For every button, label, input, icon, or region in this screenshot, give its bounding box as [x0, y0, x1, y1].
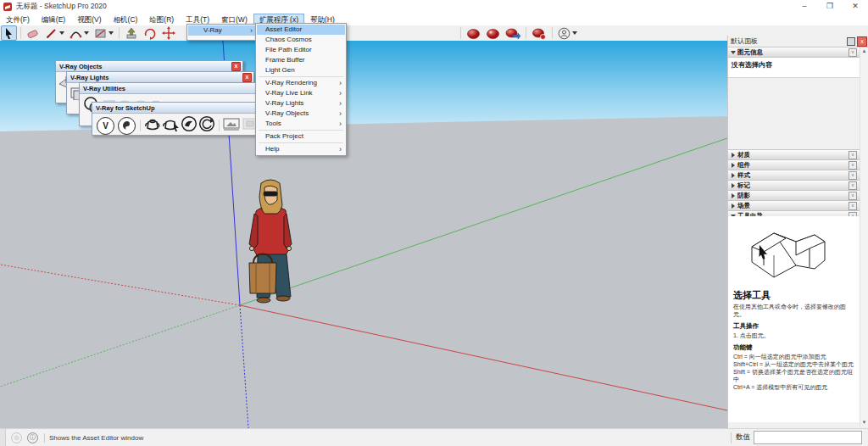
tray-titlebar[interactable]: 默认面板 [728, 36, 868, 47]
measurements-label: 数值 [736, 432, 750, 443]
account-icon [558, 27, 570, 40]
vray-logo-icon[interactable]: V [97, 117, 114, 135]
eraser-tool-button[interactable] [25, 25, 42, 41]
scroll-up-icon[interactable]: ▲ [860, 47, 868, 55]
menu-item-asset-editor[interactable]: Asset Editor [257, 25, 345, 35]
scroll-down-icon[interactable]: ▼ [860, 419, 868, 426]
menu-separator [259, 76, 343, 77]
arc-dropdown-caret[interactable] [84, 31, 89, 35]
follow-me-tool-button[interactable] [142, 25, 159, 41]
vray-batch-render-icon [505, 27, 520, 40]
geolocation-icon[interactable]: ◍ [11, 432, 22, 443]
close-icon[interactable] [231, 62, 241, 71]
vray-submenu: Asset Editor Chaos Cosmos File Path Edit… [255, 23, 347, 156]
menu-item-help[interactable]: Help [257, 144, 345, 154]
toolbar-separator [526, 27, 526, 39]
window-controls: – ❐ ✕ [792, 0, 868, 14]
menu-item-vray-lights[interactable]: V-Ray Lights [257, 98, 345, 109]
vray-menu-label: V-Ray [203, 26, 222, 34]
menu-item-vray-objects[interactable]: V-Ray Objects [257, 109, 345, 119]
toolbar-separator [460, 27, 461, 39]
account-button[interactable] [556, 25, 579, 41]
menu-item-tools[interactable]: Tools [257, 119, 345, 129]
vray-render-last-icon [486, 27, 500, 40]
update-proxies-icon[interactable] [198, 115, 216, 136]
toolbar-separator [119, 27, 120, 39]
line-dropdown-caret[interactable] [59, 31, 64, 35]
menu-item-vray-live-link[interactable]: V-Ray Live Link [257, 88, 345, 98]
chevron-right-icon [732, 183, 735, 188]
asset-editor-icon[interactable] [118, 117, 136, 135]
maximize-button[interactable]: ❐ [817, 0, 843, 14]
pin-icon[interactable] [847, 37, 855, 46]
menu-item-vray-rendering[interactable]: V-Ray Rendering [257, 78, 345, 88]
menu-item-file-path-editor[interactable]: File Path Editor [257, 45, 345, 55]
instructor-heading: 选择工具 [733, 289, 854, 302]
default-tray: 默认面板 图元信息 没有选择内容 材质 组件 样式 标记 阴影 场景 [727, 36, 868, 428]
instructor-key-shift-ctrl: Shift+Ctrl = 从一组选定的图元中去掉某个图元 [733, 360, 854, 368]
section-close-icon[interactable] [849, 48, 857, 57]
vray-for-sketchup-title: V-Ray for SketchUp [92, 104, 155, 112]
menu-separator [259, 142, 343, 143]
menu-draw[interactable]: 绘图(R) [143, 14, 180, 26]
move-tool-button[interactable] [160, 25, 177, 41]
eraser-icon [26, 27, 40, 40]
instructor-keys-heading: 功能键 [733, 343, 854, 352]
menu-view[interactable]: 视图(V) [71, 14, 107, 26]
tray-scrollbar[interactable]: ▲ ▼ [860, 47, 868, 426]
move-icon [162, 26, 175, 40]
chevron-right-icon [732, 173, 735, 178]
section-close-icon[interactable] [849, 151, 857, 159]
close-icon[interactable] [857, 36, 867, 47]
section-close-icon[interactable] [849, 181, 857, 190]
push-pull-tool-button[interactable] [123, 25, 140, 41]
menu-item-pack-project[interactable]: Pack Project [257, 131, 345, 142]
line-tool-button[interactable] [43, 25, 66, 41]
arc-tool-button[interactable] [68, 25, 91, 41]
minimize-button[interactable]: – [792, 0, 817, 14]
rectangle-dropdown-caret[interactable] [108, 31, 114, 35]
instructor-ops-heading: 工具操作 [733, 322, 854, 331]
render-icon[interactable] [143, 115, 162, 136]
close-button[interactable]: ✕ [843, 0, 868, 14]
vray-vision-button[interactable] [530, 25, 548, 41]
section-close-icon[interactable] [849, 171, 857, 180]
vray-render-button[interactable] [465, 25, 482, 41]
menu-file[interactable]: 文件(F) [0, 14, 36, 26]
vray-render-icon [466, 27, 481, 40]
vray-render-last-button[interactable] [484, 25, 502, 41]
menu-item-light-gen[interactable]: Light Gen [257, 65, 345, 75]
section-close-icon[interactable] [849, 192, 857, 200]
menu-item-frame-buffer[interactable]: Frame Buffer [257, 55, 345, 65]
status-bar: ◍ ⓘ Shows the Asset Editor window 数值 [0, 428, 868, 446]
close-icon[interactable] [242, 73, 252, 82]
frame-buffer-icon[interactable] [222, 116, 241, 135]
pencil-icon [45, 27, 58, 40]
instructor-intro: 在使用其他工具或命令时，选择要修改的图元。 [733, 303, 854, 318]
vray-utilities-titlebar[interactable]: V-Ray Utilities [80, 83, 266, 94]
vray-batch-render-button[interactable] [504, 25, 522, 41]
viewport-render-icon[interactable] [181, 115, 198, 136]
menu-edit[interactable]: 编辑(E) [36, 14, 71, 26]
section-entity-info[interactable]: 图元信息 [728, 47, 868, 58]
measurements-input[interactable] [754, 431, 862, 444]
instructor-key-ctrl-a: Ctrl+A = 选择模型中所有可见的图元 [733, 383, 854, 391]
account-dropdown-caret[interactable] [572, 31, 577, 35]
menu-item-vray[interactable]: V-Ray [188, 25, 256, 36]
chevron-right-icon [732, 203, 735, 209]
tray-title-label: 默认面板 [728, 36, 758, 46]
select-icon [3, 27, 15, 40]
menu-camera[interactable]: 相机(C) [108, 14, 144, 26]
select-tool-button[interactable] [1, 25, 17, 41]
menu-separator [259, 130, 343, 131]
credits-icon[interactable]: ⓘ [27, 432, 38, 443]
section-close-icon[interactable] [849, 161, 857, 170]
menu-item-chaos-cosmos[interactable]: Chaos Cosmos [257, 35, 345, 45]
vray-objects-title: V-Ray Objects [56, 63, 102, 70]
render-interactive-icon[interactable] [162, 115, 181, 136]
rectangle-tool-button[interactable] [92, 25, 115, 41]
section-close-icon[interactable] [849, 202, 857, 210]
entity-info-empty-text: 没有选择内容 [728, 58, 868, 70]
vray-vision-icon [531, 27, 547, 40]
vray-lights-title: V-Ray Lights [67, 74, 108, 81]
